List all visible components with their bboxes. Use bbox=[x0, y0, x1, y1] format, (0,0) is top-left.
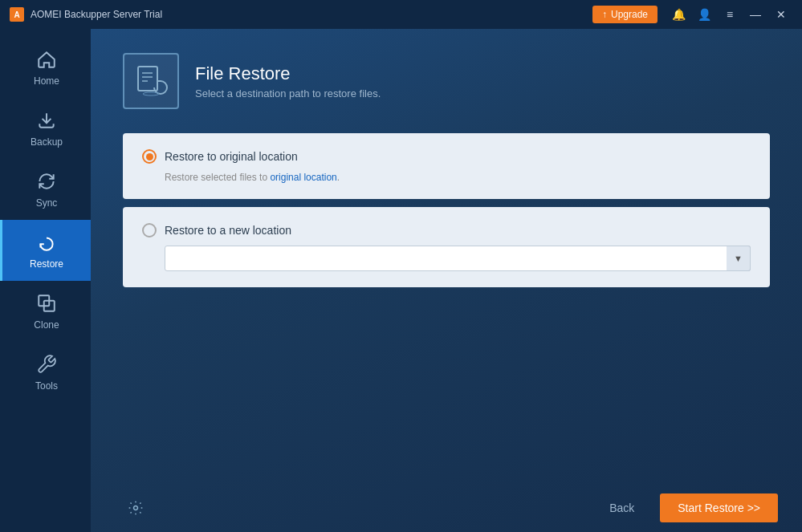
sync-icon bbox=[35, 170, 58, 193]
dropdown-wrap: ▼ bbox=[142, 246, 751, 271]
radio-new[interactable] bbox=[142, 223, 157, 238]
footer: Back Start Restore >> bbox=[91, 484, 802, 532]
app-title: AOMEI Backupper Server Trial bbox=[31, 9, 162, 20]
sidebar-backup-label: Backup bbox=[31, 136, 63, 148]
notification-button[interactable]: 🔔 bbox=[667, 3, 690, 26]
option-original-header: Restore to original location bbox=[142, 149, 751, 164]
sidebar-tools-label: Tools bbox=[35, 380, 58, 392]
back-button[interactable]: Back bbox=[593, 493, 650, 522]
option-new-label: Restore to a new location bbox=[165, 224, 291, 237]
option-card-new[interactable]: Restore to a new location ▼ bbox=[123, 207, 770, 287]
svg-rect-5 bbox=[138, 67, 157, 91]
sidebar-clone-label: Clone bbox=[34, 319, 59, 331]
option-original-label: Restore to original location bbox=[165, 150, 298, 163]
sidebar-item-clone[interactable]: Clone bbox=[0, 281, 91, 342]
tools-icon bbox=[35, 353, 58, 376]
original-location-highlight: original location bbox=[270, 172, 336, 183]
sidebar-restore-label: Restore bbox=[30, 258, 63, 270]
sidebar-item-home[interactable]: Home bbox=[0, 37, 91, 98]
restore-icon bbox=[35, 231, 58, 254]
sidebar-item-backup[interactable]: Backup bbox=[0, 98, 91, 159]
upgrade-label: Upgrade bbox=[611, 9, 648, 20]
upgrade-arrow-icon: ↑ bbox=[602, 9, 607, 20]
sidebar-item-sync[interactable]: Sync bbox=[0, 159, 91, 220]
sidebar-item-restore[interactable]: Restore bbox=[0, 220, 91, 281]
svg-point-9 bbox=[143, 92, 159, 95]
app-icon: A bbox=[10, 7, 24, 22]
radio-original[interactable] bbox=[142, 149, 157, 164]
page-header: File Restore Select a destination path t… bbox=[123, 53, 770, 109]
svg-point-10 bbox=[134, 506, 138, 510]
location-dropdown[interactable] bbox=[165, 246, 751, 271]
bell-icon: 🔔 bbox=[672, 8, 686, 21]
dropdown-container: ▼ bbox=[165, 246, 751, 271]
start-restore-button[interactable]: Start Restore >> bbox=[660, 493, 778, 522]
home-icon bbox=[35, 48, 58, 71]
minimize-button[interactable]: — bbox=[744, 3, 767, 26]
option-card-original[interactable]: Restore to original location Restore sel… bbox=[123, 133, 770, 199]
page-header-text: File Restore Select a destination path t… bbox=[195, 63, 381, 99]
page-subtitle: Select a destination path to restore fil… bbox=[195, 87, 381, 99]
page-icon-box bbox=[123, 53, 179, 109]
menu-icon: ≡ bbox=[727, 8, 733, 21]
settings-icon[interactable] bbox=[123, 495, 149, 521]
backup-icon bbox=[35, 109, 58, 132]
user-button[interactable]: 👤 bbox=[693, 3, 715, 26]
sidebar-home-label: Home bbox=[34, 75, 59, 87]
option-original-desc: Restore selected files to original locat… bbox=[142, 172, 751, 183]
option-new-header: Restore to a new location bbox=[142, 223, 751, 238]
title-bar-left: A AOMEI Backupper Server Trial bbox=[10, 7, 162, 22]
sidebar-sync-label: Sync bbox=[36, 197, 58, 209]
clone-icon bbox=[35, 292, 58, 315]
svg-text:A: A bbox=[14, 10, 19, 19]
sidebar: Home Backup Sync bbox=[0, 29, 91, 532]
minimize-icon: — bbox=[750, 8, 761, 21]
footer-buttons: Back Start Restore >> bbox=[593, 493, 778, 522]
close-icon: ✕ bbox=[776, 8, 786, 21]
close-button[interactable]: ✕ bbox=[770, 3, 792, 26]
file-restore-icon bbox=[132, 62, 170, 100]
page-title: File Restore bbox=[195, 63, 381, 84]
user-icon: 👤 bbox=[698, 8, 711, 21]
content-area: File Restore Select a destination path t… bbox=[91, 29, 802, 532]
upgrade-button[interactable]: ↑ Upgrade bbox=[592, 6, 657, 23]
title-bar: A AOMEI Backupper Server Trial ↑ Upgrade… bbox=[0, 0, 802, 29]
sidebar-item-tools[interactable]: Tools bbox=[0, 342, 91, 403]
main-layout: Home Backup Sync bbox=[0, 29, 802, 532]
title-bar-right: ↑ Upgrade 🔔 👤 ≡ — ✕ bbox=[592, 3, 792, 26]
menu-button[interactable]: ≡ bbox=[719, 3, 741, 26]
